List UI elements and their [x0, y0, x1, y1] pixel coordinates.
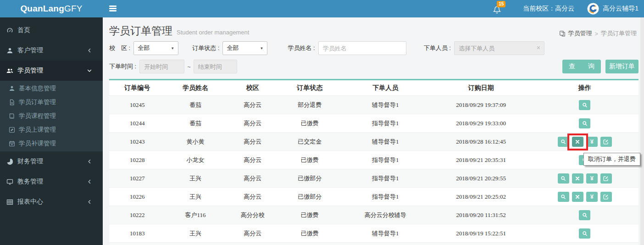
campus-filter-label: 校 区 :: [109, 44, 130, 52]
add-order-button[interactable]: 新增订单: [605, 60, 638, 73]
view-order-button[interactable]: [558, 192, 569, 202]
chevron-left-icon: [87, 179, 92, 184]
column-header: 操作: [531, 84, 638, 92]
payment-button[interactable]: ¥: [586, 173, 598, 184]
calendar-icon: [9, 140, 15, 147]
cell-campus: 高分云: [226, 229, 280, 238]
cell-student: 黄小黄: [165, 138, 226, 146]
table-icon: [6, 199, 13, 206]
sidebar-item-label: 财务管理: [17, 157, 43, 166]
view-order-button[interactable]: [558, 137, 569, 147]
sidebar-subitem-student-courses[interactable]: 学员课程管理: [0, 109, 103, 123]
view-order-button[interactable]: [579, 100, 590, 110]
sidebar-subitem-label: 学员课程管理: [19, 112, 56, 120]
view-order-button[interactable]: [558, 173, 569, 184]
view-order-button[interactable]: [579, 228, 590, 239]
main-content: 学员订单管理 Student order management 学员管理 > 学…: [103, 17, 644, 245]
table-row: 10227王兴高分云已缴部分指导督导12018/09/21 20:29:55¥: [109, 169, 638, 188]
caret-down-icon: ▼: [171, 46, 174, 50]
search-button[interactable]: 查 询: [562, 60, 601, 73]
start-time-input[interactable]: [139, 60, 184, 73]
column-header: 订单状态: [280, 84, 340, 92]
notifications-button[interactable]: 15: [493, 4, 502, 13]
sidebar-subitem-student-classes[interactable]: 学员上课管理: [0, 123, 103, 137]
order-person-filter-label: 下单人员 :: [424, 44, 451, 52]
end-time-input[interactable]: [194, 60, 237, 73]
cell-actions: [531, 118, 638, 128]
current-campus-label: 当前校区：高分云: [523, 5, 574, 13]
cell-status: 已缴费: [280, 211, 340, 219]
caret-down-icon: ▼: [260, 46, 264, 50]
cell-student: 番茄: [165, 119, 226, 128]
cell-date: 2018/09/20 11:31:52: [431, 212, 531, 219]
desktop-icon: [6, 178, 13, 185]
order-time-filter-label: 下单时间 :: [109, 62, 136, 71]
chevron-left-icon: [87, 199, 92, 205]
cell-status: 已缴部分: [280, 193, 340, 201]
cell-order-no: 10227: [109, 175, 165, 182]
cell-status: 已交定金: [280, 138, 340, 146]
table-row: 10222客户116高分分校已缴费高分云分校辅导2018/09/20 11:31…: [109, 206, 638, 224]
order-status-select[interactable]: 全部 ▼: [222, 41, 267, 55]
edit-order-button[interactable]: [600, 137, 612, 147]
breadcrumb: 学员管理 > 学员订单管理: [559, 29, 637, 38]
payment-button[interactable]: ¥: [586, 192, 598, 202]
sidebar-item-student-mgmt[interactable]: 学员管理: [0, 61, 103, 81]
payment-button[interactable]: ¥: [586, 137, 598, 147]
sidebar-item-finance[interactable]: 财务管理: [0, 151, 103, 172]
page-title: 学员订单管理: [109, 24, 172, 38]
cell-date: 2018/09/28 16:12:45: [431, 138, 531, 145]
sidebar-item-reports[interactable]: 报表中心: [0, 192, 103, 212]
pages-icon: [559, 30, 566, 37]
sidebar-submenu: 基本信息管理学员订单管理学员课程管理学员上课管理学员补课管理: [0, 81, 103, 151]
campus-select[interactable]: 全部 ▼: [133, 41, 178, 55]
cell-status: 已缴费: [280, 156, 340, 164]
cancel-order-button[interactable]: [572, 173, 583, 184]
clear-icon[interactable]: ×: [537, 45, 540, 51]
sidebar-toggle-icon[interactable]: [109, 6, 117, 12]
sidebar-subitem-student-makeup[interactable]: 学员补课管理: [0, 137, 103, 150]
campus-select-value: 全部: [138, 44, 150, 52]
column-header: 下单人员: [340, 84, 431, 92]
cell-order-no: 10243: [109, 138, 165, 145]
order-person-input[interactable]: [454, 41, 544, 55]
cell-actions: [531, 210, 638, 220]
cell-actions: [531, 228, 638, 239]
page-subtitle: Student order management: [177, 29, 249, 36]
user-avatar[interactable]: [587, 3, 599, 15]
edit-order-button[interactable]: [600, 192, 612, 202]
sidebar-subitem-label: 基本信息管理: [19, 84, 56, 93]
cell-campus: 高分云: [226, 174, 280, 183]
chevron-down-icon: [87, 68, 92, 73]
cell-person: 高分云分校辅导: [340, 211, 431, 219]
student-name-input[interactable]: [318, 41, 406, 55]
app-window: QuanLangGFY 15 当前校区：高分云 高分云辅导1 首页客户管理学员管…: [0, 0, 644, 245]
scrollbar-track[interactable]: [640, 17, 644, 245]
breadcrumb-section[interactable]: 学员管理: [568, 29, 592, 38]
sidebar-item-home[interactable]: 首页: [0, 20, 103, 40]
chevron-left-icon: [87, 159, 92, 164]
sidebar-subitem-label: 学员订单管理: [19, 98, 56, 106]
view-order-button[interactable]: [579, 118, 590, 128]
cell-student: 王兴: [165, 229, 226, 238]
edit-order-button[interactable]: [600, 173, 612, 184]
cell-status: 已缴费: [280, 119, 340, 128]
breadcrumb-current: 学员订单管理: [601, 29, 637, 38]
cell-person: 指导督导1: [340, 119, 431, 128]
brand-logo[interactable]: QuanLangGFY: [0, 0, 103, 17]
sidebar-item-customer-mgmt[interactable]: 客户管理: [0, 40, 103, 61]
sidebar-subitem-basic-info[interactable]: 基本信息管理: [0, 82, 103, 95]
view-order-button[interactable]: [579, 210, 590, 220]
sidebar-item-academic[interactable]: 教务管理: [0, 172, 103, 192]
breadcrumb-separator: >: [594, 30, 598, 37]
cancel-order-button[interactable]: [572, 137, 583, 147]
cell-actions: ¥: [531, 137, 638, 147]
sidebar-subitem-student-orders[interactable]: 学员订单管理: [0, 95, 103, 109]
cancel-order-button[interactable]: [572, 192, 583, 202]
order-status-select-value: 全部: [227, 44, 239, 52]
user-menu[interactable]: 高分云辅导1: [603, 5, 638, 13]
brand-name-light: GFY: [64, 4, 83, 14]
users-icon: [6, 67, 13, 74]
cell-person: 指导督导1: [340, 156, 431, 164]
cell-order-no: 10226: [109, 193, 165, 200]
